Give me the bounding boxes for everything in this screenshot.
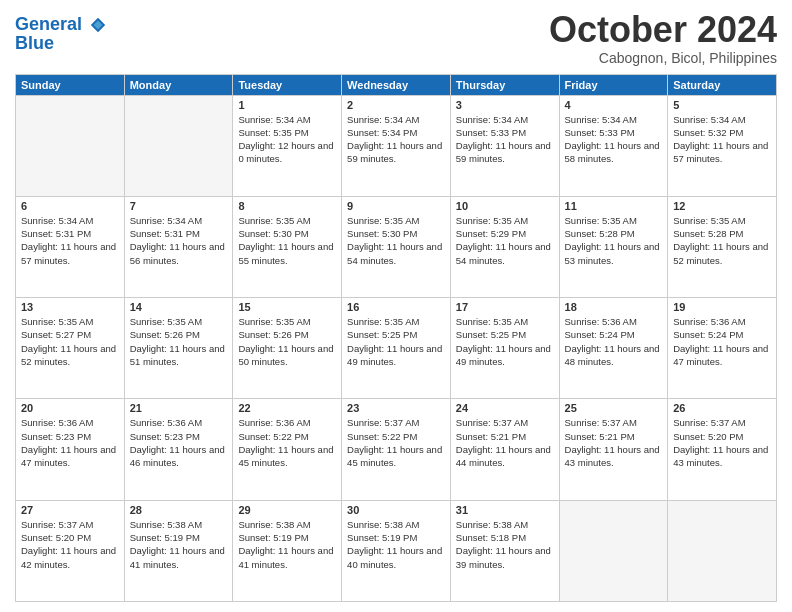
sunrise-text: Sunrise: 5:37 AM — [21, 518, 119, 531]
day-info: Sunrise: 5:37 AM Sunset: 5:20 PM Dayligh… — [21, 518, 119, 571]
day-number: 6 — [21, 200, 119, 212]
day-info: Sunrise: 5:36 AM Sunset: 5:22 PM Dayligh… — [238, 416, 336, 469]
calendar-cell: 27 Sunrise: 5:37 AM Sunset: 5:20 PM Dayl… — [16, 500, 125, 601]
calendar-cell: 21 Sunrise: 5:36 AM Sunset: 5:23 PM Dayl… — [124, 399, 233, 500]
daylight-text: Daylight: 11 hours and 47 minutes. — [673, 342, 771, 369]
day-number: 1 — [238, 99, 336, 111]
calendar-cell: 18 Sunrise: 5:36 AM Sunset: 5:24 PM Dayl… — [559, 298, 668, 399]
daylight-text: Daylight: 11 hours and 55 minutes. — [238, 240, 336, 267]
day-info: Sunrise: 5:37 AM Sunset: 5:21 PM Dayligh… — [456, 416, 554, 469]
calendar-cell: 13 Sunrise: 5:35 AM Sunset: 5:27 PM Dayl… — [16, 298, 125, 399]
calendar-cell: 20 Sunrise: 5:36 AM Sunset: 5:23 PM Dayl… — [16, 399, 125, 500]
sunset-text: Sunset: 5:26 PM — [238, 328, 336, 341]
sunrise-text: Sunrise: 5:37 AM — [456, 416, 554, 429]
day-info: Sunrise: 5:34 AM Sunset: 5:35 PM Dayligh… — [238, 113, 336, 166]
day-info: Sunrise: 5:35 AM Sunset: 5:30 PM Dayligh… — [238, 214, 336, 267]
day-info: Sunrise: 5:36 AM Sunset: 5:23 PM Dayligh… — [130, 416, 228, 469]
sunset-text: Sunset: 5:18 PM — [456, 531, 554, 544]
sunrise-text: Sunrise: 5:37 AM — [673, 416, 771, 429]
calendar-cell: 10 Sunrise: 5:35 AM Sunset: 5:29 PM Dayl… — [450, 196, 559, 297]
sunset-text: Sunset: 5:31 PM — [130, 227, 228, 240]
daylight-text: Daylight: 11 hours and 53 minutes. — [565, 240, 663, 267]
day-info: Sunrise: 5:35 AM Sunset: 5:28 PM Dayligh… — [565, 214, 663, 267]
calendar-cell — [559, 500, 668, 601]
header-saturday: Saturday — [668, 74, 777, 95]
calendar-cell: 23 Sunrise: 5:37 AM Sunset: 5:22 PM Dayl… — [342, 399, 451, 500]
sunrise-text: Sunrise: 5:37 AM — [565, 416, 663, 429]
calendar-cell: 31 Sunrise: 5:38 AM Sunset: 5:18 PM Dayl… — [450, 500, 559, 601]
sunset-text: Sunset: 5:32 PM — [673, 126, 771, 139]
logo-general: General — [15, 14, 107, 35]
header-monday: Monday — [124, 74, 233, 95]
daylight-text: Daylight: 11 hours and 44 minutes. — [456, 443, 554, 470]
sunset-text: Sunset: 5:20 PM — [21, 531, 119, 544]
calendar-cell: 30 Sunrise: 5:38 AM Sunset: 5:19 PM Dayl… — [342, 500, 451, 601]
day-number: 31 — [456, 504, 554, 516]
header-tuesday: Tuesday — [233, 74, 342, 95]
calendar-cell: 5 Sunrise: 5:34 AM Sunset: 5:32 PM Dayli… — [668, 95, 777, 196]
daylight-text: Daylight: 11 hours and 50 minutes. — [238, 342, 336, 369]
calendar-cell: 15 Sunrise: 5:35 AM Sunset: 5:26 PM Dayl… — [233, 298, 342, 399]
sunset-text: Sunset: 5:27 PM — [21, 328, 119, 341]
sunset-text: Sunset: 5:29 PM — [456, 227, 554, 240]
sunset-text: Sunset: 5:28 PM — [673, 227, 771, 240]
daylight-text: Daylight: 12 hours and 0 minutes. — [238, 139, 336, 166]
sunrise-text: Sunrise: 5:37 AM — [347, 416, 445, 429]
calendar-cell: 17 Sunrise: 5:35 AM Sunset: 5:25 PM Dayl… — [450, 298, 559, 399]
daylight-text: Daylight: 11 hours and 39 minutes. — [456, 544, 554, 571]
day-info: Sunrise: 5:38 AM Sunset: 5:18 PM Dayligh… — [456, 518, 554, 571]
day-number: 25 — [565, 402, 663, 414]
day-number: 29 — [238, 504, 336, 516]
sunrise-text: Sunrise: 5:35 AM — [456, 214, 554, 227]
day-number: 16 — [347, 301, 445, 313]
calendar-table: Sunday Monday Tuesday Wednesday Thursday… — [15, 74, 777, 602]
day-number: 12 — [673, 200, 771, 212]
sunset-text: Sunset: 5:30 PM — [347, 227, 445, 240]
location-subtitle: Cabognon, Bicol, Philippines — [549, 50, 777, 66]
sunrise-text: Sunrise: 5:34 AM — [347, 113, 445, 126]
day-number: 21 — [130, 402, 228, 414]
sunrise-text: Sunrise: 5:38 AM — [238, 518, 336, 531]
daylight-text: Daylight: 11 hours and 41 minutes. — [130, 544, 228, 571]
sunset-text: Sunset: 5:24 PM — [673, 328, 771, 341]
calendar-cell: 14 Sunrise: 5:35 AM Sunset: 5:26 PM Dayl… — [124, 298, 233, 399]
calendar-cell — [124, 95, 233, 196]
calendar-cell: 25 Sunrise: 5:37 AM Sunset: 5:21 PM Dayl… — [559, 399, 668, 500]
day-info: Sunrise: 5:34 AM Sunset: 5:34 PM Dayligh… — [347, 113, 445, 166]
sunset-text: Sunset: 5:35 PM — [238, 126, 336, 139]
calendar-week-row: 20 Sunrise: 5:36 AM Sunset: 5:23 PM Dayl… — [16, 399, 777, 500]
sunset-text: Sunset: 5:23 PM — [21, 430, 119, 443]
day-number: 19 — [673, 301, 771, 313]
day-info: Sunrise: 5:36 AM Sunset: 5:24 PM Dayligh… — [565, 315, 663, 368]
sunset-text: Sunset: 5:30 PM — [238, 227, 336, 240]
sunrise-text: Sunrise: 5:34 AM — [21, 214, 119, 227]
calendar-cell: 6 Sunrise: 5:34 AM Sunset: 5:31 PM Dayli… — [16, 196, 125, 297]
calendar-cell: 4 Sunrise: 5:34 AM Sunset: 5:33 PM Dayli… — [559, 95, 668, 196]
day-info: Sunrise: 5:34 AM Sunset: 5:33 PM Dayligh… — [565, 113, 663, 166]
calendar-week-row: 1 Sunrise: 5:34 AM Sunset: 5:35 PM Dayli… — [16, 95, 777, 196]
logo-icon — [89, 16, 107, 34]
day-number: 17 — [456, 301, 554, 313]
calendar-cell: 26 Sunrise: 5:37 AM Sunset: 5:20 PM Dayl… — [668, 399, 777, 500]
daylight-text: Daylight: 11 hours and 49 minutes. — [347, 342, 445, 369]
day-info: Sunrise: 5:34 AM Sunset: 5:33 PM Dayligh… — [456, 113, 554, 166]
day-number: 26 — [673, 402, 771, 414]
calendar-cell — [16, 95, 125, 196]
sunset-text: Sunset: 5:33 PM — [456, 126, 554, 139]
sunrise-text: Sunrise: 5:35 AM — [238, 315, 336, 328]
sunrise-text: Sunrise: 5:38 AM — [347, 518, 445, 531]
day-number: 13 — [21, 301, 119, 313]
day-info: Sunrise: 5:38 AM Sunset: 5:19 PM Dayligh… — [130, 518, 228, 571]
day-number: 5 — [673, 99, 771, 111]
daylight-text: Daylight: 11 hours and 59 minutes. — [347, 139, 445, 166]
day-info: Sunrise: 5:35 AM Sunset: 5:25 PM Dayligh… — [456, 315, 554, 368]
sunrise-text: Sunrise: 5:38 AM — [456, 518, 554, 531]
calendar-week-row: 27 Sunrise: 5:37 AM Sunset: 5:20 PM Dayl… — [16, 500, 777, 601]
header-sunday: Sunday — [16, 74, 125, 95]
day-info: Sunrise: 5:34 AM Sunset: 5:31 PM Dayligh… — [21, 214, 119, 267]
calendar-cell: 12 Sunrise: 5:35 AM Sunset: 5:28 PM Dayl… — [668, 196, 777, 297]
daylight-text: Daylight: 11 hours and 57 minutes. — [673, 139, 771, 166]
day-info: Sunrise: 5:36 AM Sunset: 5:24 PM Dayligh… — [673, 315, 771, 368]
daylight-text: Daylight: 11 hours and 56 minutes. — [130, 240, 228, 267]
daylight-text: Daylight: 11 hours and 42 minutes. — [21, 544, 119, 571]
